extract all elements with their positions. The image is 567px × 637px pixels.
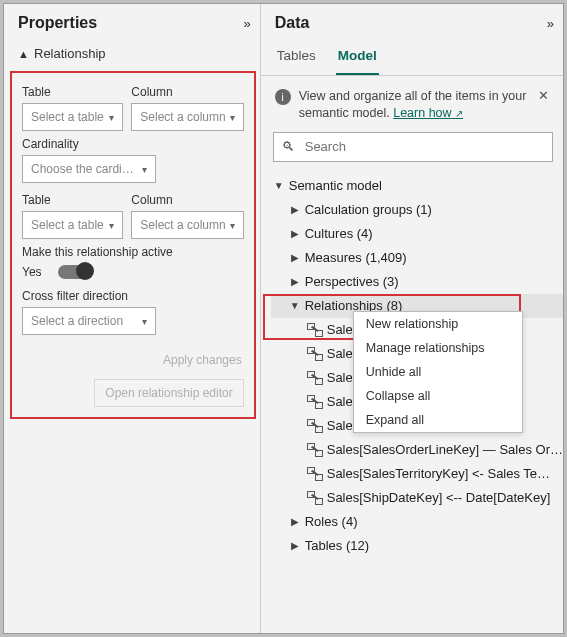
chevron-down-icon: ▾ bbox=[230, 112, 235, 123]
relationship-icon bbox=[307, 395, 323, 409]
data-header: Data » bbox=[261, 4, 563, 40]
active-label: Make this relationship active bbox=[22, 245, 244, 259]
apply-changes-button[interactable]: Apply changes bbox=[161, 349, 244, 371]
chevron-right-icon: ▶ bbox=[289, 276, 301, 287]
data-title: Data bbox=[275, 14, 310, 32]
caret-up-icon: ▲ bbox=[18, 48, 28, 60]
chevron-down-icon: ▾ bbox=[142, 316, 147, 327]
learn-how-link[interactable]: Learn how ↗ bbox=[393, 106, 463, 120]
tree-relationship-item[interactable]: Sales[SalesOrderLineKey] — Sales Or… bbox=[271, 438, 563, 462]
tree-tables[interactable]: ▶Tables (12) bbox=[271, 534, 563, 558]
relationship-icon bbox=[307, 323, 323, 337]
tree-relationship-item[interactable]: Sales[ShipDateKey] <-- Date[DateKey] bbox=[271, 486, 563, 510]
app-frame: Properties » ▲ Relationship Table Select… bbox=[3, 3, 564, 634]
relationship-icon bbox=[307, 443, 323, 457]
chevron-right-icon: ▶ bbox=[289, 252, 301, 263]
relationship-section-label: Relationship bbox=[34, 46, 106, 61]
column1-dropdown[interactable]: Select a column ▾ bbox=[131, 103, 243, 131]
chevron-right-icon: ▶ bbox=[289, 540, 301, 551]
collapse-properties-icon[interactable]: » bbox=[243, 16, 247, 31]
tab-model[interactable]: Model bbox=[336, 40, 379, 75]
data-panel: Data » Tables Model i View and organize … bbox=[261, 4, 563, 633]
table1-label: Table bbox=[22, 85, 123, 99]
chevron-down-icon: ▼ bbox=[289, 300, 301, 311]
relationship-form: Table Select a table ▾ Column Select a c… bbox=[10, 71, 256, 419]
active-value: Yes bbox=[22, 265, 48, 279]
ctx-expand-all[interactable]: Expand all bbox=[354, 408, 522, 432]
tree-root[interactable]: ▼Semantic model bbox=[271, 174, 563, 198]
chevron-right-icon: ▶ bbox=[289, 516, 301, 527]
relationship-icon bbox=[307, 371, 323, 385]
external-link-icon: ↗ bbox=[455, 108, 463, 119]
relationship-icon bbox=[307, 419, 323, 433]
info-text: View and organize all of the items in yo… bbox=[299, 88, 528, 122]
relationship-icon bbox=[307, 491, 323, 505]
context-menu: New relationship Manage relationships Un… bbox=[353, 311, 523, 433]
model-tree-container: ▼Semantic model ▶Calculation groups (1) … bbox=[261, 172, 563, 633]
search-box[interactable]: 🔍︎ bbox=[273, 132, 553, 162]
properties-header: Properties » bbox=[4, 4, 260, 40]
table1-dropdown[interactable]: Select a table ▾ bbox=[22, 103, 123, 131]
chevron-right-icon: ▶ bbox=[289, 228, 301, 239]
chevron-right-icon: ▶ bbox=[289, 204, 301, 215]
table2-dropdown[interactable]: Select a table ▾ bbox=[22, 211, 123, 239]
info-banner: i View and organize all of the items in … bbox=[273, 88, 553, 122]
tree-measures[interactable]: ▶Measures (1,409) bbox=[271, 246, 563, 270]
tab-tables[interactable]: Tables bbox=[275, 40, 318, 75]
active-toggle[interactable] bbox=[58, 265, 92, 279]
open-editor-button[interactable]: Open relationship editor bbox=[94, 379, 243, 407]
search-icon: 🔍︎ bbox=[282, 139, 295, 154]
tree-cultures[interactable]: ▶Cultures (4) bbox=[271, 222, 563, 246]
close-info-icon[interactable]: ✕ bbox=[536, 88, 551, 103]
crossfilter-dropdown[interactable]: Select a direction ▾ bbox=[22, 307, 156, 335]
chevron-down-icon: ▾ bbox=[109, 112, 114, 123]
crossfilter-label: Cross filter direction bbox=[22, 289, 244, 303]
info-icon: i bbox=[275, 89, 291, 105]
chevron-down-icon: ▾ bbox=[109, 220, 114, 231]
ctx-new-relationship[interactable]: New relationship bbox=[354, 312, 522, 336]
relationship-section-header[interactable]: ▲ Relationship bbox=[4, 40, 260, 71]
relationship-icon bbox=[307, 347, 323, 361]
properties-title: Properties bbox=[18, 14, 97, 32]
tree-calc-groups[interactable]: ▶Calculation groups (1) bbox=[271, 198, 563, 222]
chevron-down-icon: ▾ bbox=[230, 220, 235, 231]
properties-panel: Properties » ▲ Relationship Table Select… bbox=[4, 4, 261, 633]
cardinality-dropdown[interactable]: Choose the cardin… ▾ bbox=[22, 155, 156, 183]
ctx-manage-relationships[interactable]: Manage relationships bbox=[354, 336, 522, 360]
tree-relationship-item[interactable]: Sales[SalesTerritoryKey] <- Sales Te… bbox=[271, 462, 563, 486]
chevron-down-icon: ▾ bbox=[142, 164, 147, 175]
column2-label: Column bbox=[131, 193, 243, 207]
chevron-down-icon: ▼ bbox=[273, 180, 285, 191]
data-tabs: Tables Model bbox=[261, 40, 563, 76]
ctx-unhide-all[interactable]: Unhide all bbox=[354, 360, 522, 384]
tree-perspectives[interactable]: ▶Perspectives (3) bbox=[271, 270, 563, 294]
column1-label: Column bbox=[131, 85, 243, 99]
table2-label: Table bbox=[22, 193, 123, 207]
tree-roles[interactable]: ▶Roles (4) bbox=[271, 510, 563, 534]
relationship-icon bbox=[307, 467, 323, 481]
search-input[interactable] bbox=[303, 138, 544, 155]
ctx-collapse-all[interactable]: Collapse all bbox=[354, 384, 522, 408]
column2-dropdown[interactable]: Select a column ▾ bbox=[131, 211, 243, 239]
collapse-data-icon[interactable]: » bbox=[547, 16, 551, 31]
cardinality-label: Cardinality bbox=[22, 137, 244, 151]
